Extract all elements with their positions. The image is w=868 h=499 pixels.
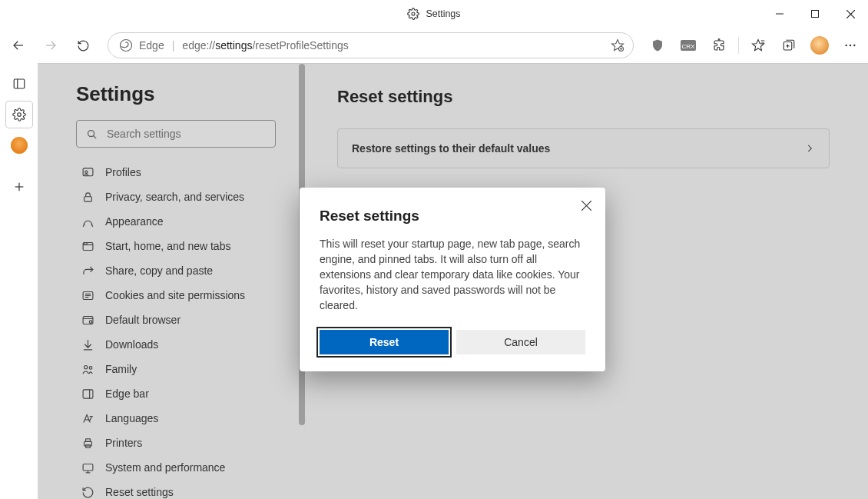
cancel-button[interactable]: Cancel bbox=[456, 330, 585, 354]
refresh-button[interactable] bbox=[68, 30, 98, 61]
close-window-button[interactable] bbox=[833, 0, 868, 28]
tab-other[interactable] bbox=[6, 132, 32, 158]
tab-settings[interactable] bbox=[6, 101, 32, 128]
more-icon[interactable] bbox=[836, 30, 865, 61]
tab-actions-icon[interactable] bbox=[6, 71, 32, 97]
address-bar[interactable]: Edge | edge://settings/resetProfileSetti… bbox=[108, 32, 634, 58]
new-tab-button[interactable] bbox=[6, 174, 32, 200]
svg-point-21 bbox=[850, 45, 851, 46]
svg-marker-14 bbox=[753, 40, 764, 51]
svg-point-0 bbox=[412, 12, 415, 15]
favorites-icon[interactable] bbox=[744, 30, 773, 61]
dialog-title: Reset settings bbox=[320, 208, 585, 225]
svg-point-20 bbox=[846, 45, 847, 46]
svg-text:CRX: CRX bbox=[682, 43, 696, 50]
svg-rect-2 bbox=[812, 11, 819, 18]
extensions-icon[interactable] bbox=[704, 30, 734, 61]
reset-settings-dialog: Reset settings This will reset your star… bbox=[300, 188, 605, 371]
collections-icon[interactable] bbox=[774, 30, 803, 61]
toolbar: Edge | edge://settings/resetProfileSetti… bbox=[0, 28, 868, 63]
forward-button[interactable] bbox=[35, 30, 66, 61]
shield-icon[interactable] bbox=[643, 30, 672, 61]
toolbar-separator bbox=[738, 37, 739, 54]
vertical-tabs-bar bbox=[0, 63, 38, 499]
dialog-body: This will reset your startup page, new t… bbox=[320, 237, 585, 313]
dialog-close-button[interactable] bbox=[578, 197, 595, 214]
titlebar: Settings bbox=[0, 0, 868, 28]
svg-point-7 bbox=[121, 40, 132, 52]
crx-icon[interactable]: CRX bbox=[674, 30, 703, 61]
address-product: Edge bbox=[139, 39, 164, 52]
svg-rect-23 bbox=[14, 79, 25, 88]
edge-logo-icon bbox=[119, 38, 133, 52]
back-button[interactable] bbox=[3, 30, 34, 61]
gear-icon bbox=[407, 8, 419, 20]
svg-point-22 bbox=[853, 45, 855, 46]
minimize-button[interactable] bbox=[762, 0, 797, 28]
favorite-icon[interactable] bbox=[607, 35, 628, 56]
address-separator: | bbox=[172, 39, 175, 52]
svg-point-25 bbox=[17, 113, 21, 117]
maximize-button[interactable] bbox=[797, 0, 833, 28]
window-title: Settings bbox=[426, 8, 460, 19]
reset-button[interactable]: Reset bbox=[320, 330, 449, 354]
address-url: edge://settings/resetProfileSettings bbox=[182, 39, 348, 52]
profile-avatar[interactable] bbox=[805, 30, 834, 61]
